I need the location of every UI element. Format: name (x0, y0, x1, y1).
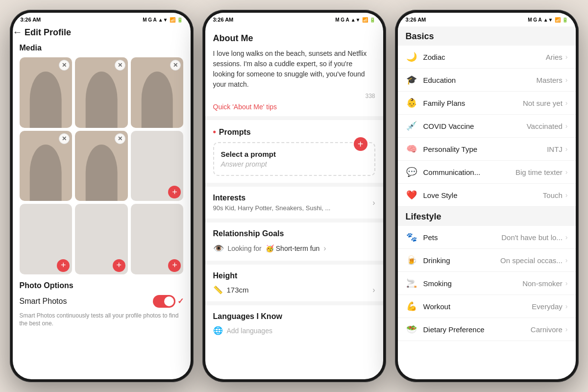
phone-1-screen: 3:26 AM M G A ▲▼ 📶 🔋 ← Edit Profile Medi… (13, 13, 191, 379)
phone1-scroll-content: Media ✕ ✕ ✕ ✕ (13, 38, 191, 379)
status-carrier-1: M G A (143, 17, 157, 23)
dietary-icon: 🥗 (406, 324, 417, 335)
photo-cell-2[interactable]: ✕ (75, 57, 128, 128)
pets-row[interactable]: 🐾 Pets Don't have but lo... › (398, 226, 576, 249)
communication-row[interactable]: 💬 Communication... Big time texter › (398, 161, 576, 184)
smoking-left: 🚬 Smoking (406, 278, 452, 289)
education-arrow: › (565, 76, 568, 84)
drinking-arrow: › (565, 256, 568, 264)
looking-for-emoji: 🥳 (266, 245, 274, 252)
remove-photo-4[interactable]: ✕ (59, 133, 70, 144)
family-left: 👶 Family Plans (406, 98, 466, 108)
add-photo-8[interactable]: + (113, 259, 125, 272)
personality-label: Personality Type (423, 145, 478, 153)
love-style-label: Love Style (423, 191, 458, 199)
photo-cell-5[interactable]: ✕ (75, 131, 128, 201)
pets-arrow: › (565, 233, 568, 241)
interests-value: 90s Kid, Harry Potter, Sneakers, Sushi, … (213, 204, 331, 212)
remove-photo-2[interactable]: ✕ (115, 60, 125, 71)
prompt-answer-placeholder[interactable]: Answer prompt (221, 160, 368, 168)
prompts-header: • Prompts (213, 127, 375, 137)
photo-cell-3[interactable]: ✕ (131, 57, 184, 128)
smart-photos-checkmark: ✓ (177, 296, 184, 306)
smoking-icon: 🚬 (406, 278, 417, 289)
family-plans-row[interactable]: 👶 Family Plans Not sure yet › (398, 92, 576, 115)
smart-photos-toggle[interactable] (153, 295, 175, 308)
smoking-row[interactable]: 🚬 Smoking Non-smoker › (398, 272, 576, 295)
drinking-icon: 🍺 (406, 255, 417, 266)
workout-row[interactable]: 💪 Workout Everyday › (398, 295, 576, 318)
education-left: 🎓 Education (406, 74, 456, 85)
communication-right: Big time texter › (515, 168, 568, 176)
status-bar-1: 3:26 AM M G A ▲▼ 📶 🔋 (13, 13, 191, 26)
education-row[interactable]: 🎓 Education Masters › (398, 69, 576, 92)
add-languages-row[interactable]: 🌐 Add languages (213, 326, 375, 335)
dietary-value: Carnivore (531, 325, 563, 334)
workout-label: Workout (423, 302, 451, 311)
dietary-row[interactable]: 🥗 Dietary Preference Carnivore › (398, 318, 576, 341)
height-row[interactable]: 📏 173cm › (213, 285, 375, 294)
drinking-row[interactable]: 🍺 Drinking On special occas... › (398, 249, 576, 272)
photo-cell-9[interactable]: + (131, 204, 184, 274)
zodiac-arrow: › (565, 53, 568, 61)
smoking-right: Non-smoker › (522, 279, 567, 288)
love-style-row[interactable]: ❤️ Love Style Touch › (398, 184, 576, 207)
status-signal-1: ▲▼ (158, 17, 168, 23)
status-wifi-2: 📶 (362, 17, 368, 23)
prompts-title: • Prompts (213, 127, 251, 137)
remove-photo-1[interactable]: ✕ (59, 60, 70, 71)
personality-row[interactable]: 🧠 Personality Type INTJ › (398, 138, 576, 161)
status-wifi-3: 📶 (555, 17, 561, 23)
zodiac-row[interactable]: 🌙 Zodiac Aries › (398, 46, 576, 69)
personality-value: INTJ (547, 145, 563, 153)
status-battery-2: 🔋 (369, 17, 375, 23)
covid-label: COVID Vaccine (423, 122, 474, 130)
add-photo-7[interactable]: + (57, 259, 70, 272)
status-wifi-1: 📶 (170, 17, 175, 23)
about-me-text[interactable]: I love long walks on the beach, sunsets … (213, 49, 375, 90)
smart-photos-toggle-wrap[interactable]: ✓ (153, 295, 184, 308)
dietary-right: Carnivore › (531, 325, 568, 334)
tips-link[interactable]: Quick 'About Me' tips (213, 103, 277, 111)
drinking-left: 🍺 Drinking (406, 255, 450, 266)
family-right: Not sure yet › (523, 99, 568, 107)
drinking-label: Drinking (423, 256, 450, 265)
lang-title: Languages I Know (213, 312, 375, 321)
photo-cell-7[interactable]: + (20, 204, 73, 274)
phone3-scroll-content: Basics 🌙 Zodiac Aries › 🎓 Education (398, 26, 576, 379)
covid-icon: 💉 (406, 121, 417, 131)
about-me-section: About Me I love long walks on the beach,… (205, 26, 383, 120)
education-right: Masters › (536, 76, 567, 84)
photo-cell-4[interactable]: ✕ (20, 131, 73, 201)
add-photo-9[interactable]: + (168, 259, 181, 272)
prompt-add-button[interactable]: + (354, 137, 368, 151)
ruler-icon: 📏 (213, 285, 223, 294)
edit-profile-header: ← Edit Profile (13, 26, 191, 38)
drinking-value: On special occas... (500, 256, 563, 265)
photo-cell-6[interactable]: + (131, 131, 184, 201)
status-carrier-2: M G A (335, 17, 349, 23)
status-icons-3: M G A ▲▼ 📶 🔋 (528, 17, 567, 23)
back-button[interactable]: ← (13, 26, 23, 37)
remove-photo-5[interactable]: ✕ (115, 133, 125, 144)
prompt-box[interactable]: + Select a prompt Answer prompt (213, 142, 375, 176)
looking-for-text: Short-term fun (276, 245, 319, 252)
photo-cell-8[interactable]: + (75, 204, 128, 274)
covid-row[interactable]: 💉 COVID Vaccine Vaccinated › (398, 115, 576, 138)
photo-cell-1[interactable]: ✕ (20, 57, 73, 128)
page-title: Edit Profile (24, 27, 71, 37)
zodiac-icon: 🌙 (406, 51, 417, 62)
interests-section[interactable]: Interests 90s Kid, Harry Potter, Sneaker… (205, 187, 383, 222)
phone2-scroll-content: About Me I love long walks on the beach,… (205, 26, 383, 379)
workout-arrow: › (565, 302, 568, 310)
zodiac-left: 🌙 Zodiac (406, 51, 445, 62)
pets-left: 🐾 Pets (406, 232, 438, 243)
interests-left: Interests 90s Kid, Harry Potter, Sneaker… (213, 194, 331, 212)
looking-for-row[interactable]: 👁️ Looking for 🥳 Short-term fun › (213, 243, 375, 254)
basics-title: Basics (406, 31, 568, 42)
lifestyle-header: Lifestyle (398, 207, 576, 226)
status-carrier-3: M G A (528, 17, 542, 23)
covid-value: Vaccinated (527, 122, 563, 130)
add-photo-6[interactable]: + (168, 186, 181, 198)
love-style-right: Touch › (543, 191, 568, 199)
